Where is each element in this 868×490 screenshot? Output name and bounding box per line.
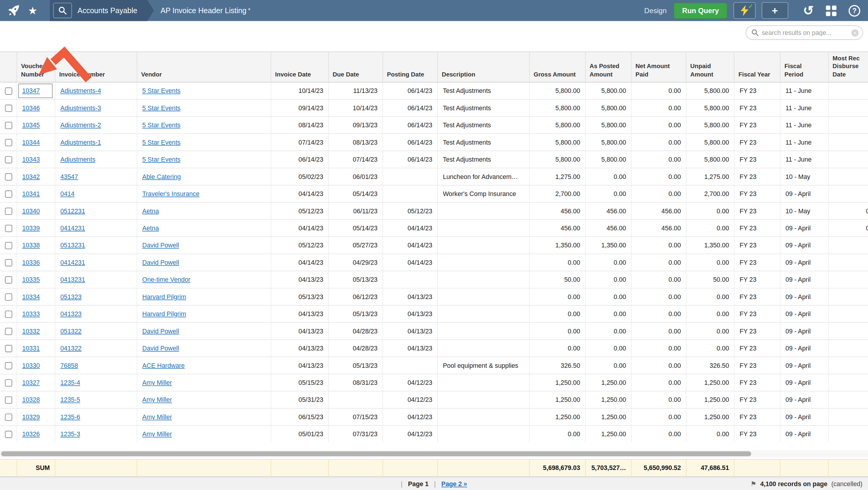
page-search-input[interactable] <box>762 29 851 36</box>
voucher-link[interactable]: 10339 <box>22 225 40 231</box>
voucher-link[interactable]: 10342 <box>22 173 40 180</box>
row-checkbox[interactable] <box>5 242 12 249</box>
vendor-link[interactable]: Amy Miller <box>142 379 172 386</box>
row-checkbox[interactable] <box>5 276 12 283</box>
voucher-link[interactable]: 10336 <box>22 259 40 266</box>
hub-logo-icon[interactable] <box>4 0 23 21</box>
invoice-link[interactable]: 1235-6 <box>60 414 80 420</box>
row-checkbox[interactable] <box>5 225 12 232</box>
run-query-button[interactable]: Run Query <box>674 2 727 19</box>
row-checkbox[interactable] <box>5 190 12 197</box>
voucher-link[interactable]: 10332 <box>22 328 40 334</box>
voucher-link[interactable]: 10334 <box>22 294 40 300</box>
column-header-most_rec[interactable]: Most RecDisburseDate <box>829 51 868 83</box>
vendor-link[interactable]: 5 Star Events <box>142 104 180 111</box>
invoice-link[interactable]: 0413231 <box>60 276 85 283</box>
row-checkbox[interactable] <box>5 139 12 146</box>
row-checkbox[interactable] <box>5 362 12 369</box>
column-header-description[interactable]: Description <box>438 51 530 83</box>
vendor-link[interactable]: David Powell <box>142 242 179 249</box>
voucher-link[interactable]: 10343 <box>22 156 40 162</box>
vendor-link[interactable]: Able Catering <box>142 173 181 180</box>
clear-search-icon[interactable]: × <box>851 29 859 36</box>
row-checkbox[interactable] <box>5 414 12 421</box>
invoice-link[interactable]: Adjustments-4 <box>60 88 101 94</box>
invoice-link[interactable]: 1235-4 <box>60 379 80 386</box>
row-checkbox[interactable] <box>5 396 12 403</box>
row-checkbox[interactable] <box>5 156 12 163</box>
voucher-link[interactable]: 10331 <box>22 345 40 351</box>
vendor-link[interactable]: David Powell <box>142 345 179 351</box>
column-header-due_date[interactable]: Due Date <box>329 51 383 83</box>
invoice-link[interactable]: Adjustments-3 <box>60 104 101 111</box>
invoice-link[interactable]: 0414231 <box>60 225 85 231</box>
column-header-voucher[interactable]: VoucherNumber <box>17 51 55 83</box>
vendor-link[interactable]: Amy Miller <box>142 414 172 420</box>
vendor-link[interactable]: Amy Miller <box>142 431 172 437</box>
voucher-link[interactable]: 10333 <box>22 310 40 317</box>
column-header-net_paid[interactable]: Net AmountPaid <box>632 51 686 83</box>
scrollbar-thumb[interactable] <box>1 451 751 456</box>
invoice-link[interactable]: 1235-5 <box>60 396 80 403</box>
invoice-link[interactable]: 041322 <box>60 345 82 351</box>
column-header-unpaid[interactable]: UnpaidAmount <box>686 51 735 83</box>
vendor-link[interactable]: David Powell <box>142 259 179 266</box>
vendor-link[interactable]: David Powell <box>142 328 179 334</box>
column-header-vendor[interactable]: Vendor <box>137 51 271 83</box>
invoice-link[interactable]: 041323 <box>60 310 82 317</box>
vendor-link[interactable]: 5 Star Events <box>142 88 180 94</box>
column-header-fiscal_period[interactable]: FiscalPeriod <box>780 51 829 83</box>
voucher-link[interactable]: 10340 <box>22 208 40 214</box>
apps-grid-icon[interactable] <box>826 5 836 16</box>
vendor-link[interactable]: Aetna <box>142 208 159 214</box>
quick-actions-button[interactable]: ✓ <box>733 2 755 19</box>
invoice-link[interactable]: 0513231 <box>60 242 85 249</box>
vendor-link[interactable]: ACE Hardware <box>142 362 185 369</box>
row-checkbox[interactable] <box>5 431 12 438</box>
row-checkbox[interactable] <box>5 345 12 352</box>
column-header-gross[interactable]: Gross Amount <box>530 51 586 83</box>
voucher-link[interactable]: 10347 <box>22 88 40 94</box>
vendor-link[interactable]: Harvard Pilgrim <box>142 310 186 317</box>
invoice-link[interactable]: 0414231 <box>60 259 85 266</box>
invoice-link[interactable]: 051322 <box>60 328 82 334</box>
invoice-link[interactable]: 76858 <box>60 362 78 369</box>
row-checkbox[interactable] <box>5 122 12 129</box>
voucher-link[interactable]: 10326 <box>22 431 40 437</box>
row-checkbox[interactable] <box>5 207 12 215</box>
row-checkbox[interactable] <box>5 87 12 94</box>
invoice-link[interactable]: 43547 <box>60 173 78 180</box>
invoice-link[interactable]: Adjustments-1 <box>60 139 101 146</box>
row-checkbox[interactable] <box>5 294 12 301</box>
invoice-link[interactable]: 0414 <box>60 190 74 197</box>
help-icon[interactable]: ? <box>848 5 860 17</box>
column-header-as_posted[interactable]: As PostedAmount <box>586 51 632 83</box>
row-checkbox[interactable] <box>5 259 12 266</box>
voucher-link[interactable]: 10344 <box>22 139 40 146</box>
row-checkbox[interactable] <box>5 104 12 112</box>
invoice-link[interactable]: 1235-3 <box>60 431 80 437</box>
voucher-link[interactable]: 10338 <box>22 242 40 249</box>
voucher-link[interactable]: 10330 <box>22 362 40 369</box>
favorites-star-icon[interactable]: ★ <box>23 0 42 21</box>
vendor-link[interactable]: 5 Star Events <box>142 122 180 128</box>
voucher-link[interactable]: 10329 <box>22 414 40 420</box>
column-header-posting_date[interactable]: Posting Date <box>383 51 438 83</box>
page-2-link[interactable]: Page 2 » <box>441 481 467 487</box>
history-icon[interactable]: ↺ <box>803 4 814 17</box>
column-header-fiscal_year[interactable]: Fiscal Year <box>735 51 780 83</box>
voucher-link[interactable]: 10345 <box>22 122 40 128</box>
row-checkbox[interactable] <box>5 379 12 386</box>
voucher-link[interactable]: 10346 <box>22 104 40 111</box>
global-search-button[interactable] <box>53 3 72 18</box>
invoice-link[interactable]: Adjustments <box>60 156 95 162</box>
column-header-invoice_date[interactable]: Invoice Date <box>271 51 329 83</box>
invoice-link[interactable]: 0512231 <box>60 208 85 214</box>
invoice-link[interactable]: 051323 <box>60 294 82 300</box>
add-button[interactable]: + <box>762 2 788 19</box>
vendor-link[interactable]: 5 Star Events <box>142 139 180 146</box>
row-checkbox[interactable] <box>5 310 12 317</box>
vendor-link[interactable]: Amy Miller <box>142 396 172 403</box>
vendor-link[interactable]: Aetna <box>142 225 159 231</box>
row-checkbox[interactable] <box>5 328 12 335</box>
